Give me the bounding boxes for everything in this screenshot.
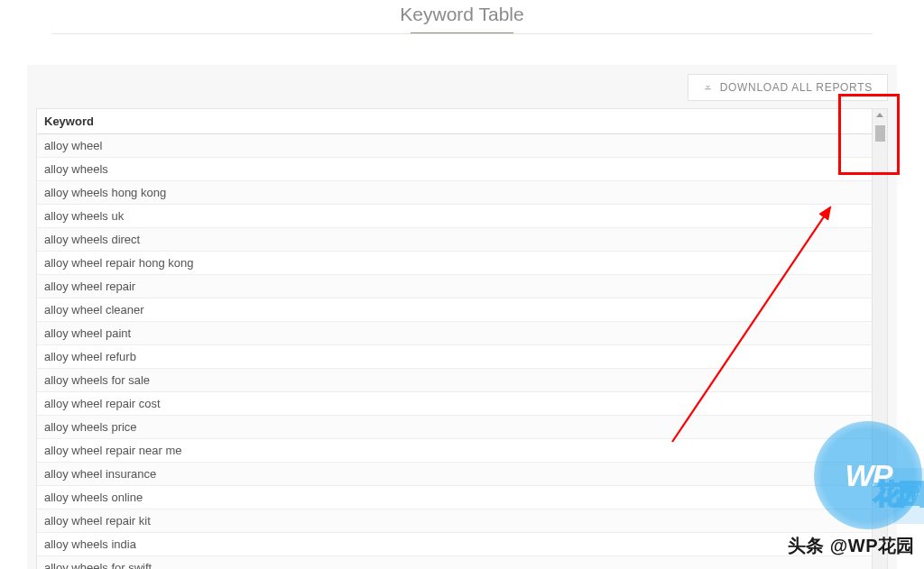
- table-row[interactable]: alloy wheels india: [37, 533, 887, 556]
- keyword-cell: alloy wheels for swift: [37, 556, 887, 570]
- keyword-cell: alloy wheel insurance: [37, 463, 887, 486]
- keyword-cell: alloy wheel repair hong kong: [37, 252, 887, 275]
- page-title: Keyword Table: [0, 0, 924, 32]
- watermark-badge: WP: [814, 421, 922, 529]
- table-row[interactable]: alloy wheels direct: [37, 228, 887, 252]
- table-row[interactable]: alloy wheels price: [37, 416, 887, 439]
- column-header-label: Keyword: [44, 115, 94, 128]
- panel: DOWNLOAD ALL REPORTS Keyword alloy wheel…: [27, 65, 897, 569]
- keyword-cell: alloy wheel paint: [37, 322, 887, 345]
- table-row[interactable]: alloy wheels: [37, 158, 887, 181]
- watermark-attribution: 头条 @WP花园: [788, 534, 915, 558]
- watermark-hanzi: 花园: [873, 476, 924, 513]
- keyword-cell: alloy wheels direct: [37, 228, 887, 252]
- table-row[interactable]: alloy wheel repair kit: [37, 509, 887, 533]
- scrollbar-arrow-up-icon[interactable]: [876, 113, 883, 117]
- keyword-cell: alloy wheels price: [37, 416, 887, 439]
- keyword-cell: alloy wheel cleaner: [37, 298, 887, 322]
- scrollbar-thumb[interactable]: [875, 125, 885, 142]
- table-row[interactable]: alloy wheels hong kong: [37, 181, 887, 205]
- table-row[interactable]: alloy wheel refurb: [37, 345, 887, 369]
- keyword-cell: alloy wheels india: [37, 533, 887, 556]
- keyword-cell: alloy wheels for sale: [37, 369, 887, 392]
- keyword-cell: alloy wheel: [37, 134, 887, 158]
- table-row[interactable]: alloy wheel repair near me: [37, 439, 887, 463]
- table-row[interactable]: alloy wheels online: [37, 486, 887, 509]
- keyword-cell: alloy wheel refurb: [37, 345, 887, 369]
- keyword-cell: alloy wheel repair cost: [37, 392, 887, 416]
- keyword-cell: alloy wheels online: [37, 486, 887, 509]
- table-row[interactable]: alloy wheels for sale: [37, 369, 887, 392]
- keyword-cell: alloy wheels: [37, 158, 887, 181]
- keyword-table: Keyword alloy wheelalloy wheelsalloy whe…: [37, 109, 887, 569]
- table-row[interactable]: alloy wheels uk: [37, 205, 887, 228]
- table-row[interactable]: alloy wheel paint: [37, 322, 887, 345]
- keyword-cell: alloy wheels hong kong: [37, 181, 887, 205]
- toolbar: DOWNLOAD ALL REPORTS: [36, 74, 888, 101]
- table-row[interactable]: alloy wheel cleaner: [37, 298, 887, 322]
- keyword-cell: alloy wheel repair near me: [37, 439, 887, 463]
- keyword-cell: alloy wheel repair: [37, 275, 887, 298]
- keyword-cell: alloy wheels uk: [37, 205, 887, 228]
- keyword-table-container: Keyword alloy wheelalloy wheelsalloy whe…: [36, 108, 888, 569]
- table-row[interactable]: alloy wheel: [37, 134, 887, 158]
- download-button-label: DOWNLOAD ALL REPORTS: [720, 81, 873, 94]
- table-row[interactable]: alloy wheel insurance: [37, 463, 887, 486]
- download-icon: [703, 81, 713, 94]
- table-row[interactable]: alloy wheels for swift: [37, 556, 887, 570]
- download-all-reports-button[interactable]: DOWNLOAD ALL REPORTS: [688, 74, 888, 101]
- table-row[interactable]: alloy wheel repair: [37, 275, 887, 298]
- table-row[interactable]: alloy wheel repair cost: [37, 392, 887, 416]
- table-row[interactable]: alloy wheel repair hong kong: [37, 252, 887, 275]
- column-header-keyword[interactable]: Keyword: [37, 109, 887, 134]
- keyword-cell: alloy wheel repair kit: [37, 509, 887, 533]
- title-divider: [52, 33, 872, 34]
